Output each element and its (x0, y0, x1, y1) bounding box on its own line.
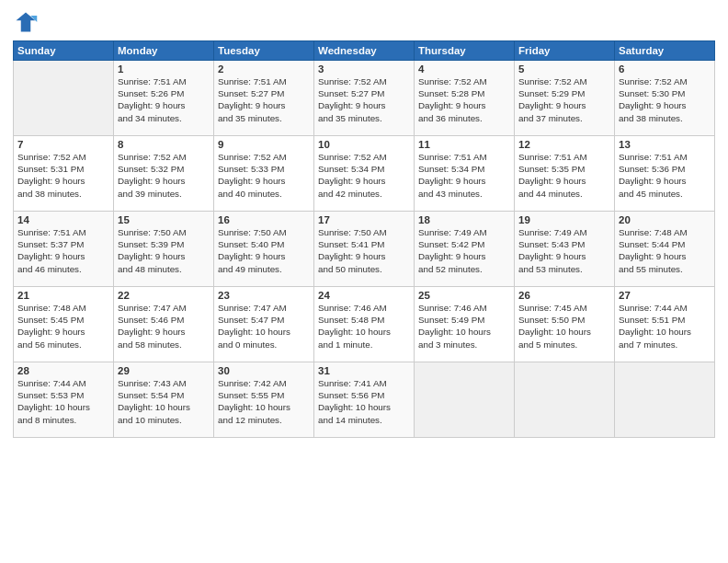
day-info: Sunrise: 7:44 AM Sunset: 5:51 PM Dayligh… (619, 302, 711, 350)
day-number: 10 (318, 139, 410, 150)
day-cell: 1Sunrise: 7:51 AM Sunset: 5:26 PM Daylig… (114, 61, 214, 136)
day-info: Sunrise: 7:52 AM Sunset: 5:29 PM Dayligh… (518, 75, 610, 124)
day-number: 6 (619, 63, 711, 75)
day-info: Sunrise: 7:51 AM Sunset: 5:35 PM Dayligh… (518, 151, 610, 200)
day-number: 2 (218, 63, 310, 75)
svg-marker-0 (17, 13, 36, 32)
day-cell (515, 362, 615, 438)
day-number: 31 (318, 365, 410, 376)
day-cell: 4Sunrise: 7:52 AM Sunset: 5:28 PM Daylig… (415, 61, 515, 136)
day-info: Sunrise: 7:51 AM Sunset: 5:37 PM Dayligh… (17, 226, 109, 275)
day-info: Sunrise: 7:44 AM Sunset: 5:53 PM Dayligh… (17, 377, 109, 426)
day-number: 1 (118, 63, 210, 75)
day-cell: 9Sunrise: 7:52 AM Sunset: 5:33 PM Daylig… (214, 136, 314, 212)
week-row-2: 7Sunrise: 7:52 AM Sunset: 5:31 PM Daylig… (14, 136, 715, 212)
week-row-1: 1Sunrise: 7:51 AM Sunset: 5:26 PM Daylig… (14, 61, 715, 136)
day-header-tuesday: Tuesday (214, 41, 314, 61)
day-number: 23 (218, 290, 310, 301)
day-info: Sunrise: 7:49 AM Sunset: 5:43 PM Dayligh… (518, 226, 610, 275)
day-header-sunday: Sunday (14, 41, 114, 61)
day-cell: 27Sunrise: 7:44 AM Sunset: 5:51 PM Dayli… (615, 287, 715, 362)
day-cell: 25Sunrise: 7:46 AM Sunset: 5:49 PM Dayli… (415, 287, 515, 362)
day-info: Sunrise: 7:41 AM Sunset: 5:56 PM Dayligh… (318, 377, 410, 426)
day-cell: 18Sunrise: 7:49 AM Sunset: 5:42 PM Dayli… (415, 212, 515, 287)
day-cell: 23Sunrise: 7:47 AM Sunset: 5:47 PM Dayli… (214, 287, 314, 362)
day-info: Sunrise: 7:51 AM Sunset: 5:26 PM Dayligh… (118, 75, 210, 124)
day-header-friday: Friday (515, 41, 615, 61)
day-info: Sunrise: 7:46 AM Sunset: 5:49 PM Dayligh… (418, 302, 510, 350)
calendar-table: SundayMondayTuesdayWednesdayThursdayFrid… (13, 40, 715, 438)
day-number: 12 (518, 139, 610, 150)
day-info: Sunrise: 7:48 AM Sunset: 5:44 PM Dayligh… (619, 226, 711, 275)
day-info: Sunrise: 7:50 AM Sunset: 5:41 PM Dayligh… (318, 226, 410, 275)
day-cell: 10Sunrise: 7:52 AM Sunset: 5:34 PM Dayli… (314, 136, 415, 212)
day-cell: 15Sunrise: 7:50 AM Sunset: 5:39 PM Dayli… (114, 212, 214, 287)
day-number: 4 (418, 63, 510, 75)
day-number: 7 (17, 139, 109, 150)
day-info: Sunrise: 7:52 AM Sunset: 5:33 PM Dayligh… (218, 151, 310, 200)
day-cell: 20Sunrise: 7:48 AM Sunset: 5:44 PM Dayli… (615, 212, 715, 287)
day-cell: 14Sunrise: 7:51 AM Sunset: 5:37 PM Dayli… (14, 212, 114, 287)
day-info: Sunrise: 7:51 AM Sunset: 5:34 PM Dayligh… (418, 151, 510, 200)
day-cell: 21Sunrise: 7:48 AM Sunset: 5:45 PM Dayli… (14, 287, 114, 362)
day-number: 22 (118, 290, 210, 301)
day-info: Sunrise: 7:46 AM Sunset: 5:48 PM Dayligh… (318, 302, 410, 350)
day-header-wednesday: Wednesday (314, 41, 415, 61)
logo (13, 9, 42, 35)
day-number: 11 (418, 139, 510, 150)
day-cell: 3Sunrise: 7:52 AM Sunset: 5:27 PM Daylig… (314, 61, 415, 136)
calendar-page: SundayMondayTuesdayWednesdayThursdayFrid… (0, 0, 728, 563)
day-info: Sunrise: 7:43 AM Sunset: 5:54 PM Dayligh… (118, 377, 210, 426)
day-number: 21 (17, 290, 109, 301)
day-info: Sunrise: 7:51 AM Sunset: 5:36 PM Dayligh… (619, 151, 711, 200)
day-info: Sunrise: 7:52 AM Sunset: 5:28 PM Dayligh… (418, 75, 510, 124)
day-info: Sunrise: 7:51 AM Sunset: 5:27 PM Dayligh… (218, 75, 310, 124)
day-cell: 12Sunrise: 7:51 AM Sunset: 5:35 PM Dayli… (515, 136, 615, 212)
day-info: Sunrise: 7:52 AM Sunset: 5:34 PM Dayligh… (318, 151, 410, 200)
day-number: 16 (218, 214, 310, 225)
day-number: 3 (318, 63, 410, 75)
day-cell: 30Sunrise: 7:42 AM Sunset: 5:55 PM Dayli… (214, 362, 314, 438)
day-number: 9 (218, 139, 310, 150)
week-row-5: 28Sunrise: 7:44 AM Sunset: 5:53 PM Dayli… (14, 362, 715, 438)
day-cell: 29Sunrise: 7:43 AM Sunset: 5:54 PM Dayli… (114, 362, 214, 438)
day-cell: 24Sunrise: 7:46 AM Sunset: 5:48 PM Dayli… (314, 287, 415, 362)
day-info: Sunrise: 7:50 AM Sunset: 5:39 PM Dayligh… (118, 226, 210, 275)
day-cell: 16Sunrise: 7:50 AM Sunset: 5:40 PM Dayli… (214, 212, 314, 287)
day-cell: 19Sunrise: 7:49 AM Sunset: 5:43 PM Dayli… (515, 212, 615, 287)
day-number: 18 (418, 214, 510, 225)
day-number: 13 (619, 139, 711, 150)
day-number: 17 (318, 214, 410, 225)
day-number: 8 (118, 139, 210, 150)
day-number: 24 (318, 290, 410, 301)
day-number: 20 (619, 214, 711, 225)
day-info: Sunrise: 7:42 AM Sunset: 5:55 PM Dayligh… (218, 377, 310, 426)
day-number: 26 (518, 290, 610, 301)
day-number: 27 (619, 290, 711, 301)
day-cell: 28Sunrise: 7:44 AM Sunset: 5:53 PM Dayli… (14, 362, 114, 438)
week-row-3: 14Sunrise: 7:51 AM Sunset: 5:37 PM Dayli… (14, 212, 715, 287)
day-info: Sunrise: 7:52 AM Sunset: 5:30 PM Dayligh… (619, 75, 711, 124)
day-number: 14 (17, 214, 109, 225)
day-info: Sunrise: 7:52 AM Sunset: 5:32 PM Dayligh… (118, 151, 210, 200)
day-cell: 5Sunrise: 7:52 AM Sunset: 5:29 PM Daylig… (515, 61, 615, 136)
day-info: Sunrise: 7:52 AM Sunset: 5:27 PM Dayligh… (318, 75, 410, 124)
day-cell: 17Sunrise: 7:50 AM Sunset: 5:41 PM Dayli… (314, 212, 415, 287)
day-cell: 8Sunrise: 7:52 AM Sunset: 5:32 PM Daylig… (114, 136, 214, 212)
day-number: 28 (17, 365, 109, 376)
day-info: Sunrise: 7:48 AM Sunset: 5:45 PM Dayligh… (17, 302, 109, 350)
day-number: 30 (218, 365, 310, 376)
day-info: Sunrise: 7:45 AM Sunset: 5:50 PM Dayligh… (518, 302, 610, 350)
day-number: 5 (518, 63, 610, 75)
logo-icon (13, 9, 39, 35)
day-info: Sunrise: 7:47 AM Sunset: 5:47 PM Dayligh… (218, 302, 310, 350)
day-number: 19 (518, 214, 610, 225)
day-header-monday: Monday (114, 41, 214, 61)
day-number: 15 (118, 214, 210, 225)
header (13, 9, 715, 35)
day-cell (14, 61, 114, 136)
day-cell: 11Sunrise: 7:51 AM Sunset: 5:34 PM Dayli… (415, 136, 515, 212)
day-cell (415, 362, 515, 438)
day-cell: 7Sunrise: 7:52 AM Sunset: 5:31 PM Daylig… (14, 136, 114, 212)
day-number: 29 (118, 365, 210, 376)
